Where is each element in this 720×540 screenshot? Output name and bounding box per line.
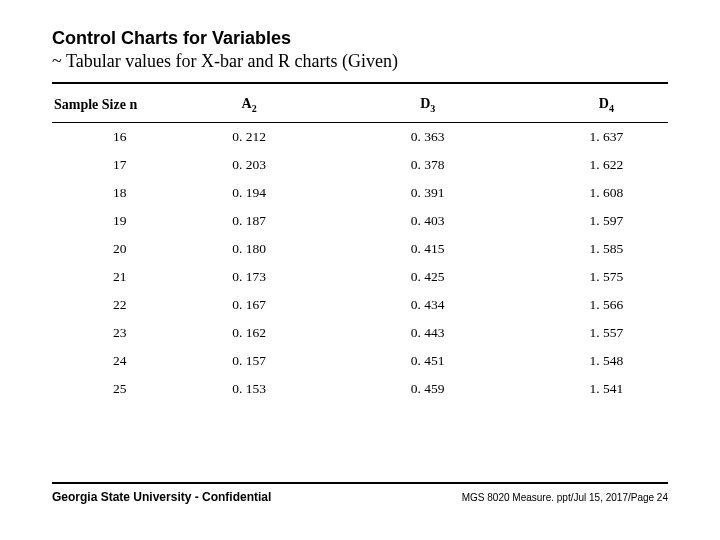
cell-n: 19 — [52, 207, 188, 235]
cell-d4: 1. 575 — [545, 263, 668, 291]
col-header-d3-sub: 3 — [430, 103, 435, 114]
title-bold: Control Charts for Variables — [52, 28, 668, 49]
cell-d4: 1. 585 — [545, 235, 668, 263]
cell-a2: 0. 194 — [188, 179, 311, 207]
cell-a2: 0. 187 — [188, 207, 311, 235]
cell-n: 17 — [52, 151, 188, 179]
cell-d3: 0. 451 — [311, 347, 545, 375]
cell-d3: 0. 415 — [311, 235, 545, 263]
cell-d4: 1. 557 — [545, 319, 668, 347]
table-row: 240. 1570. 4511. 548 — [52, 347, 668, 375]
cell-d3: 0. 425 — [311, 263, 545, 291]
cell-d4: 1. 597 — [545, 207, 668, 235]
col-header-d4-base: D — [599, 96, 609, 111]
col-header-d3: D3 — [311, 90, 545, 122]
table-row: 180. 1940. 3911. 608 — [52, 179, 668, 207]
cell-d3: 0. 434 — [311, 291, 545, 319]
footer: Georgia State University - Confidential … — [52, 482, 668, 504]
table-header-row: Sample Size n A2 D3 D4 — [52, 90, 668, 122]
col-header-a2-sub: 2 — [252, 103, 257, 114]
cell-a2: 0. 212 — [188, 122, 311, 151]
footer-left: Georgia State University - Confidential — [52, 490, 271, 504]
col-header-d4-sub: 4 — [609, 103, 614, 114]
cell-d3: 0. 459 — [311, 375, 545, 403]
table-row: 220. 1670. 4341. 566 — [52, 291, 668, 319]
title-subtitle: ~ Tabular values for X-bar and R charts … — [52, 51, 668, 72]
cell-n: 21 — [52, 263, 188, 291]
cell-n: 25 — [52, 375, 188, 403]
table-row: 190. 1870. 4031. 597 — [52, 207, 668, 235]
footer-right: MGS 8020 Measure. ppt/Jul 15, 2017/Page … — [462, 492, 668, 503]
constants-table: Sample Size n A2 D3 D4 160. 2120. 3631. … — [52, 90, 668, 403]
cell-d4: 1. 541 — [545, 375, 668, 403]
cell-a2: 0. 157 — [188, 347, 311, 375]
cell-n: 20 — [52, 235, 188, 263]
cell-n: 24 — [52, 347, 188, 375]
cell-a2: 0. 167 — [188, 291, 311, 319]
table-body: 160. 2120. 3631. 637170. 2030. 3781. 622… — [52, 122, 668, 403]
table-row: 230. 1620. 4431. 557 — [52, 319, 668, 347]
cell-a2: 0. 153 — [188, 375, 311, 403]
cell-a2: 0. 162 — [188, 319, 311, 347]
cell-a2: 0. 203 — [188, 151, 311, 179]
col-header-a2: A2 — [188, 90, 311, 122]
col-header-d4: D4 — [545, 90, 668, 122]
cell-n: 18 — [52, 179, 188, 207]
table-row: 160. 2120. 3631. 637 — [52, 122, 668, 151]
cell-n: 22 — [52, 291, 188, 319]
col-header-a2-base: A — [242, 96, 252, 111]
col-header-d3-base: D — [420, 96, 430, 111]
cell-d4: 1. 622 — [545, 151, 668, 179]
cell-n: 23 — [52, 319, 188, 347]
cell-d4: 1. 566 — [545, 291, 668, 319]
cell-d3: 0. 391 — [311, 179, 545, 207]
slide: Control Charts for Variables ~ Tabular v… — [0, 0, 720, 540]
table-row: 170. 2030. 3781. 622 — [52, 151, 668, 179]
cell-d3: 0. 403 — [311, 207, 545, 235]
cell-a2: 0. 173 — [188, 263, 311, 291]
top-rule — [52, 82, 668, 84]
footer-rule — [52, 482, 668, 484]
cell-d3: 0. 363 — [311, 122, 545, 151]
cell-a2: 0. 180 — [188, 235, 311, 263]
table-row: 210. 1730. 4251. 575 — [52, 263, 668, 291]
cell-d4: 1. 637 — [545, 122, 668, 151]
cell-n: 16 — [52, 122, 188, 151]
footer-row: Georgia State University - Confidential … — [52, 490, 668, 504]
table-row: 200. 1800. 4151. 585 — [52, 235, 668, 263]
cell-d3: 0. 378 — [311, 151, 545, 179]
cell-d4: 1. 608 — [545, 179, 668, 207]
col-header-n: Sample Size n — [52, 90, 188, 122]
cell-d3: 0. 443 — [311, 319, 545, 347]
table-row: 250. 1530. 4591. 541 — [52, 375, 668, 403]
cell-d4: 1. 548 — [545, 347, 668, 375]
